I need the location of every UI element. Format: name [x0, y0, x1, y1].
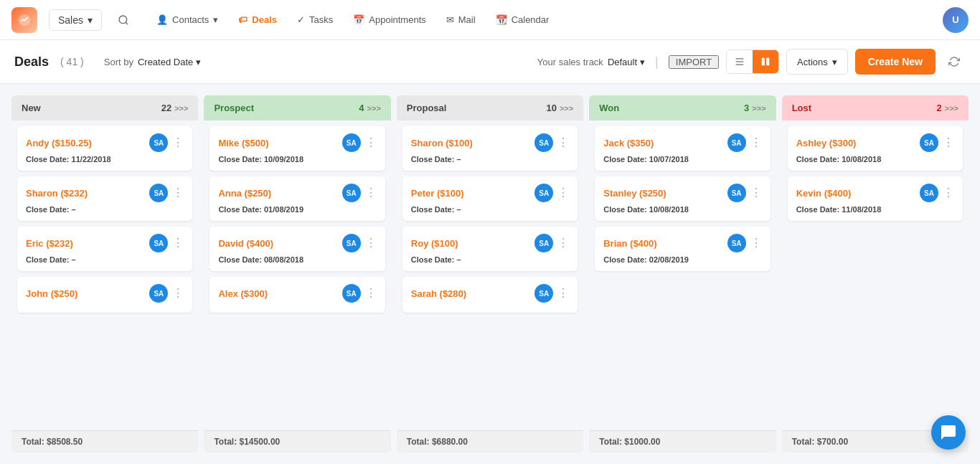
deal-card[interactable]: Andy ($150.25) SA ⋮ Close Date: 11/22/20…: [17, 126, 192, 171]
deal-card[interactable]: Brian ($400) SA ⋮ Close Date: 02/08/2019: [595, 227, 770, 271]
deal-name[interactable]: Stanley ($250): [603, 188, 666, 199]
deal-avatar: SA: [342, 184, 361, 202]
deal-card[interactable]: John ($250) SA ⋮: [17, 277, 192, 313]
deal-menu-button[interactable]: ⋮: [557, 187, 569, 199]
user-avatar[interactable]: U: [943, 7, 969, 33]
nav-appointments[interactable]: 📅 Appointments: [344, 10, 435, 29]
sales-track-selector[interactable]: Default ▾: [608, 57, 645, 67]
deal-card[interactable]: Ashley ($300) SA ⋮ Close Date: 10/08/201…: [788, 126, 963, 171]
deal-card[interactable]: Eric ($232) SA ⋮ Close Date: –: [17, 227, 192, 271]
deal-card[interactable]: Sarah ($280) SA ⋮: [402, 277, 578, 313]
header-right: U: [943, 7, 969, 33]
app-logo[interactable]: [11, 7, 37, 33]
deal-card-header: Mike ($500) SA ⋮: [218, 133, 376, 152]
nav-calendar[interactable]: 📆 Calendar: [487, 10, 558, 29]
nav-deals[interactable]: 🏷 Deals: [230, 10, 286, 29]
deal-name[interactable]: John ($250): [26, 288, 77, 299]
mail-icon: ✉: [446, 14, 454, 25]
sales-dropdown[interactable]: Sales ▾: [49, 9, 102, 31]
deal-card-actions: SA ⋮: [727, 234, 762, 252]
deal-menu-button[interactable]: ⋮: [557, 288, 569, 299]
close-date-value: –: [456, 155, 461, 164]
svg-rect-6: [766, 58, 769, 66]
deal-menu-button[interactable]: ⋮: [750, 237, 762, 249]
col-title-lost: Lost: [792, 103, 811, 113]
actions-button[interactable]: Actions ▾: [786, 49, 848, 75]
calendar-icon: 📆: [496, 14, 507, 25]
deal-card-actions: SA ⋮: [727, 184, 762, 202]
create-new-button[interactable]: Create New: [855, 49, 936, 75]
deal-name[interactable]: Sharon ($232): [26, 188, 88, 199]
nav-mail[interactable]: ✉ Mail: [438, 10, 484, 29]
deal-name[interactable]: Alex ($300): [218, 288, 268, 299]
kanban-col-prospect: Prospect 4 >>> Mike ($500) SA ⋮ Close Da…: [204, 95, 390, 453]
deals-icon: 🏷: [238, 14, 248, 25]
chevron-down-icon: ▾: [88, 14, 93, 26]
col-body-prospect: Mike ($500) SA ⋮ Close Date: 10/09/2018 …: [204, 120, 390, 430]
col-footer-new: Total: $8508.50: [11, 430, 198, 453]
deal-card[interactable]: Roy ($100) SA ⋮ Close Date: –: [402, 227, 578, 271]
deal-menu-button[interactable]: ⋮: [557, 137, 569, 148]
deal-menu-button[interactable]: ⋮: [172, 137, 184, 148]
deal-name[interactable]: Sharon ($100): [411, 138, 473, 148]
close-date-label: Close Date:: [796, 205, 840, 214]
close-date-label: Close Date:: [26, 155, 70, 164]
nav-tasks[interactable]: ✓ Tasks: [288, 10, 341, 29]
deal-name[interactable]: Ashley ($300): [796, 138, 857, 148]
deal-menu-button[interactable]: ⋮: [943, 137, 954, 148]
appointments-icon: 📅: [353, 14, 364, 25]
deal-avatar: SA: [342, 284, 361, 303]
deal-menu-button[interactable]: ⋮: [365, 237, 377, 249]
deal-name[interactable]: Mike ($500): [218, 138, 268, 148]
deal-card[interactable]: Alex ($300) SA ⋮: [209, 277, 385, 313]
close-date-value: –: [72, 205, 76, 214]
deal-card[interactable]: Sharon ($232) SA ⋮ Close Date: –: [17, 176, 192, 221]
chat-bubble-button[interactable]: [931, 415, 966, 450]
deal-menu-button[interactable]: ⋮: [750, 137, 762, 148]
list-view-button[interactable]: [727, 50, 753, 73]
col-title-prospect: Prospect: [214, 103, 254, 113]
deal-card[interactable]: Kevin ($400) SA ⋮ Close Date: 11/08/2018: [788, 176, 963, 221]
deal-menu-button[interactable]: ⋮: [365, 137, 377, 148]
deal-avatar: SA: [149, 234, 168, 252]
deal-name[interactable]: Brian ($400): [603, 238, 656, 249]
deal-name[interactable]: Roy ($100): [411, 238, 458, 249]
deal-menu-button[interactable]: ⋮: [943, 187, 954, 199]
deal-menu-button[interactable]: ⋮: [365, 187, 377, 199]
sort-chevron-icon: ▾: [196, 57, 201, 67]
refresh-button[interactable]: [943, 50, 966, 73]
deal-menu-button[interactable]: ⋮: [172, 288, 184, 299]
deal-name[interactable]: Anna ($250): [218, 188, 271, 199]
deal-card-header: Peter ($100) SA ⋮: [411, 184, 569, 202]
deal-name[interactable]: Eric ($232): [26, 238, 73, 249]
kanban-view-button[interactable]: [753, 50, 778, 73]
import-button[interactable]: IMPORT: [669, 55, 719, 69]
deal-card-header: Alex ($300) SA ⋮: [218, 284, 376, 303]
deal-card[interactable]: Stanley ($250) SA ⋮ Close Date: 10/08/20…: [595, 176, 770, 221]
deal-card[interactable]: Anna ($250) SA ⋮ Close Date: 01/08/2019: [209, 176, 385, 221]
deal-card-actions: SA ⋮: [534, 234, 569, 252]
deal-menu-button[interactable]: ⋮: [172, 237, 184, 249]
deal-name[interactable]: Peter ($100): [411, 188, 464, 199]
deal-card[interactable]: Peter ($100) SA ⋮ Close Date: –: [402, 176, 578, 221]
deal-card[interactable]: Jack ($350) SA ⋮ Close Date: 10/07/2018: [595, 126, 770, 171]
deal-menu-button[interactable]: ⋮: [172, 187, 184, 199]
nav-contacts[interactable]: 👤 Contacts ▾: [148, 10, 227, 29]
deal-menu-button[interactable]: ⋮: [365, 288, 377, 299]
deal-card-actions: SA ⋮: [149, 234, 184, 252]
search-button[interactable]: [110, 7, 136, 33]
deal-name[interactable]: Jack ($350): [603, 138, 654, 148]
deal-name[interactable]: David ($400): [218, 238, 273, 249]
deal-card[interactable]: David ($400) SA ⋮ Close Date: 08/08/2018: [209, 227, 385, 271]
deal-name[interactable]: Kevin ($400): [796, 188, 852, 199]
sort-field-button[interactable]: Created Date ▾: [138, 57, 201, 67]
deal-menu-button[interactable]: ⋮: [750, 187, 762, 199]
deal-name[interactable]: Andy ($150.25): [26, 138, 92, 148]
deal-card[interactable]: Sharon ($100) SA ⋮ Close Date: –: [402, 126, 578, 171]
close-date-label: Close Date:: [218, 255, 262, 264]
contacts-chevron-icon: ▾: [213, 14, 218, 25]
deal-card[interactable]: Mike ($500) SA ⋮ Close Date: 10/09/2018: [209, 126, 385, 171]
close-date-value: 02/08/2019: [649, 255, 689, 264]
deal-name[interactable]: Sarah ($280): [411, 288, 466, 299]
deal-menu-button[interactable]: ⋮: [557, 237, 569, 249]
